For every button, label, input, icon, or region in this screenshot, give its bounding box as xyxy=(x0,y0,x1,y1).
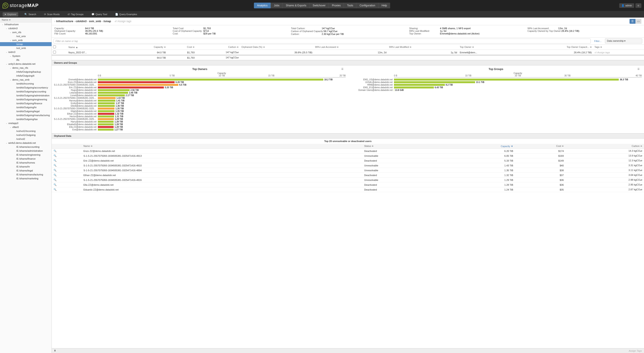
bar-row[interactable]: Hector@demo.datadobi.net1.31 TiB xyxy=(54,115,346,118)
col-header[interactable]: Status ≑ xyxy=(362,144,442,149)
sidebar-header[interactable]: Name ≑ xyxy=(0,18,52,23)
bar-row[interactable]: ENG_US@demo.datadobi.net36.3 TiB xyxy=(350,78,642,81)
bar-row[interactable]: Hugo@demo.datadobi.net2.56 TiB xyxy=(54,89,346,91)
bar-row[interactable]: HRM@demo.datadobi.net8.2 TiB xyxy=(350,84,642,86)
tree-item[interactable]: /ifs xyxy=(0,58,52,62)
bar-row[interactable]: Elisabeth@demo.datadobi.net1.28 TiB xyxy=(54,123,346,126)
tree-item[interactable]: /E:/shares/accounting xyxy=(0,145,52,149)
tree-item[interactable]: /smbfs/Outgoing/engineering xyxy=(0,98,52,101)
bar-row[interactable]: Domain Users@demo.datadobi.net13.8 GiB xyxy=(350,89,642,91)
nav-proxies[interactable]: Proxies xyxy=(329,3,344,8)
tree-item[interactable]: /smbfs/Incoming xyxy=(0,82,52,86)
col-header[interactable]: Name ▲ xyxy=(67,45,126,50)
tree-toggle-icon[interactable]: ⌄ xyxy=(10,55,12,57)
tree-toggle-icon[interactable]: ⌄ xyxy=(10,67,12,69)
magnify-icon[interactable]: 🔍 xyxy=(54,169,56,171)
subnav-search[interactable]: 🔍Search xyxy=(22,12,38,17)
tree-toggle-icon[interactable]: ⌄ xyxy=(10,31,12,33)
tree-item[interactable]: ⌄cdotdm3 xyxy=(0,26,52,30)
bar-row[interactable]: S-1-5-21-2557075093-1834935381-332547141… xyxy=(54,107,346,110)
tree-item[interactable]: /smbfs/Outgoing/legal xyxy=(0,109,52,113)
table-row[interactable]: fisycs_2022-07...64.0 TiB$1,793147 kgCO₂… xyxy=(52,50,644,55)
col-header[interactable]: Top Owner ≑ xyxy=(458,45,515,50)
tree-item[interactable]: /nfsfs/Outgoing/it xyxy=(0,74,52,78)
tree-item[interactable]: /vol/vol1/Incoming xyxy=(0,129,52,133)
tree-item[interactable]: ⌄svm_smb xyxy=(0,38,52,42)
bar-row[interactable]: Enzo ZZ@demo.datadobi.net6.20 TiB xyxy=(54,81,346,83)
magnify-icon[interactable]: 🔍 xyxy=(54,150,56,152)
tree-item[interactable]: ⌄winfs3.demo.datadobi.net xyxy=(0,141,52,145)
bar-row[interactable]: S-1-5-21-2557075093-1834935381-332547141… xyxy=(54,97,346,99)
tree-item[interactable]: /E:/shares/finance xyxy=(0,157,52,161)
bar-row[interactable]: Harry@demo.datadobi.net1.28 TiB xyxy=(54,121,346,123)
tree-item[interactable]: ⌄isidm3 xyxy=(0,50,52,54)
col-header[interactable]: Orphaned Data (%) ≑ xyxy=(240,45,314,50)
col-header[interactable]: Carbon ≑ xyxy=(196,45,240,50)
col-header[interactable]: 99% Last Accessed ≑ xyxy=(314,45,388,50)
assign-tags-cell[interactable]: 🏷 Assign tags xyxy=(593,50,644,55)
col-header[interactable]: Top Owner Capacit... ≑ xyxy=(515,45,593,50)
tree-item[interactable]: /smbfs/Outgoing/accountancy xyxy=(0,86,52,90)
tree-item[interactable]: /E:/shares/marketing xyxy=(0,177,52,180)
bar-row[interactable]: Eric ZZ@demo.datadobi.net5.33 TiB xyxy=(54,86,346,89)
bar-row[interactable]: LEGAL@demo.datadobi.net13.1 TiB xyxy=(350,81,642,83)
tree-item[interactable]: /smbfs/Outgoing/hr xyxy=(0,105,52,109)
tree-item[interactable]: /nfsfs/Outgoing/backup xyxy=(0,70,52,74)
tree-toggle-icon[interactable]: ⌄ xyxy=(6,27,8,30)
bar-row[interactable]: S-1-5-21-2557075093-1834935381-332547141… xyxy=(54,118,346,120)
footer-assign-tags[interactable]: Assign Tags xyxy=(629,349,642,352)
tree-toggle-icon[interactable]: ⌄ xyxy=(10,126,12,128)
col-header[interactable]: Capacity ≑ xyxy=(126,45,167,50)
bar-row[interactable]: Harvey@demo.datadobi.net1.41 TiB xyxy=(54,100,346,102)
tree-item[interactable]: /vol/vol2 xyxy=(0,137,52,141)
nav-help[interactable]: Help xyxy=(378,3,390,8)
nav-configuration[interactable]: Configuration xyxy=(356,3,378,8)
bar-row[interactable]: Leland@demo.datadobi.net2.45 TiB xyxy=(54,92,346,94)
tree-item[interactable]: /smbfs/Outgoing/finance xyxy=(0,101,52,105)
col-header[interactable] xyxy=(52,144,82,149)
nav-jobs[interactable]: Jobs xyxy=(271,3,283,8)
tree-item[interactable]: /E:/shares/engineering xyxy=(0,153,52,157)
tree-item[interactable]: /E:/shares/legal xyxy=(0,169,52,173)
col-header[interactable]: Carbon ≑ xyxy=(566,144,644,149)
col-header[interactable]: Cost ≑ xyxy=(515,144,566,149)
tree-item[interactable]: ⌄System xyxy=(0,54,52,58)
subnav-explorer[interactable]: ➤Explorer xyxy=(3,12,18,17)
tree-item[interactable]: /smbfs/Outgoing/tax xyxy=(0,117,52,121)
filter-input[interactable]: Filter on name or tag xyxy=(54,39,591,44)
tree-toggle-icon[interactable]: ⌄ xyxy=(10,79,12,81)
bar-row[interactable]: Lionel@demo.datadobi.net2.17 TiB xyxy=(54,94,346,97)
tree-item[interactable]: ⌄Infrastructure xyxy=(0,23,52,26)
tree-item[interactable]: /smbfs/Outgoing/administration xyxy=(0,94,52,98)
bar-row[interactable]: Elliott@demo.datadobi.net1.36 TiB xyxy=(54,105,346,107)
bar-row[interactable]: Eve@demo.datadobi.net1.27 TiB xyxy=(54,128,346,131)
col-header[interactable]: 99% Last Modified ≑ xyxy=(388,45,458,50)
tree-toggle-icon[interactable]: ⌄ xyxy=(6,63,8,65)
col-header[interactable] xyxy=(52,45,67,50)
bar-row[interactable]: Emily@demo.datadobi.net1.37 TiB xyxy=(54,102,346,105)
nav-analytics[interactable]: Analytics xyxy=(254,3,271,8)
col-header[interactable]: Name ≑ xyxy=(82,144,362,149)
view-grid-icon[interactable]: ▭ xyxy=(636,19,641,24)
tree-item[interactable]: /smbfs/Outgoing/accounting xyxy=(0,90,52,94)
subnav-scan-roots[interactable]: ⟳Scan Roots xyxy=(42,12,62,17)
tree-item[interactable]: /E:/shares/administration xyxy=(0,149,52,153)
magnify-icon[interactable]: 🔍 xyxy=(54,183,56,186)
tree-item[interactable]: /vol_unix xyxy=(0,34,52,38)
tree-toggle-icon[interactable]: ⌄ xyxy=(2,23,4,26)
col-header[interactable]: Cost ≑ xyxy=(167,45,196,50)
col-header[interactable]: Tags ≑ xyxy=(593,45,644,50)
nav-shares-exports[interactable]: Shares & Exports xyxy=(283,3,310,8)
download-icon[interactable]: ⬇ xyxy=(54,349,56,352)
tree-item[interactable]: ⌄unity3.demo.datadobi.net xyxy=(0,62,52,66)
bar-row[interactable]: Ella ZZ@demo.datadobi.net1.28 TiB xyxy=(54,126,346,128)
breadcrumb-part[interactable]: svm_smb xyxy=(89,20,101,23)
bar-row[interactable]: ENG_EU@demo.datadobi.net6.43 TiB xyxy=(350,86,642,89)
row-checkbox[interactable] xyxy=(53,51,56,54)
select-all-checkbox[interactable] xyxy=(53,46,56,48)
magnify-icon[interactable]: 🔍 xyxy=(54,159,56,162)
tree-item[interactable]: ⌄svm_nfs xyxy=(0,30,52,34)
tree-item[interactable]: ⌄vnetapp3 xyxy=(0,121,52,125)
magnify-icon[interactable]: 🔍 xyxy=(54,188,56,191)
bar-row[interactable]: Ethan ZZ@demo.datadobi.net1.32 TiB xyxy=(54,113,346,115)
